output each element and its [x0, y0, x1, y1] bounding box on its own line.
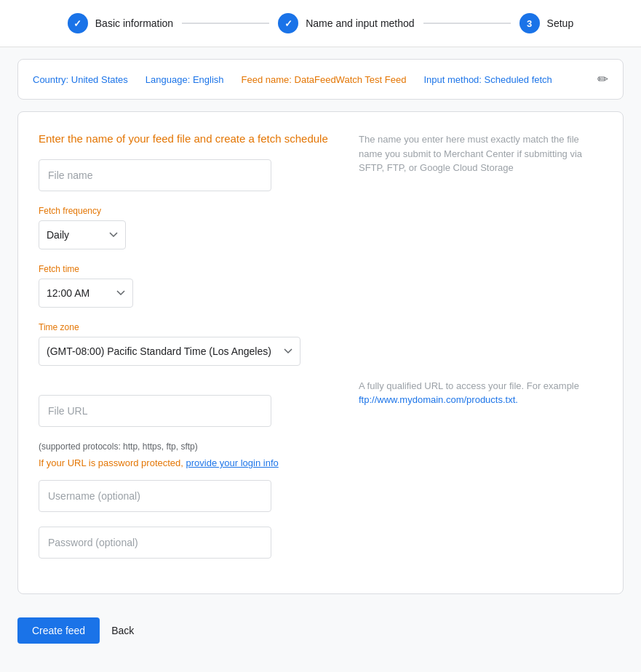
file-url-input[interactable] [39, 395, 271, 427]
language-value: English [193, 74, 224, 85]
edit-icon[interactable]: ✏ [597, 71, 608, 87]
file-url-help-intro: A fully qualified URL to access your fil… [359, 380, 579, 391]
feed-name-value: DataFeedWatch Test Feed [295, 74, 407, 85]
help-section: The name you enter here must exactly mat… [359, 132, 602, 573]
file-name-group [39, 159, 330, 191]
main-card: Enter the name of your feed file and cre… [17, 111, 624, 594]
step-circle-2: ✓ [278, 13, 298, 33]
step-setup: 3 Setup [519, 13, 574, 33]
step-basic-information: ✓ Basic information [68, 13, 173, 33]
file-url-example-link[interactable]: ftp://www.mydomain.com/products.txt. [359, 394, 518, 405]
step-circle-3: 3 [519, 13, 540, 33]
info-feed-name: Feed name: DataFeedWatch Test Feed [242, 74, 407, 85]
timezone-select[interactable]: (GMT-08:00) Pacific Standard Time (Los A… [39, 337, 300, 366]
fetch-time-label: Fetch time [39, 264, 330, 274]
password-input[interactable] [39, 527, 271, 559]
password-login-link[interactable]: provide your login info [186, 457, 279, 468]
info-language: Language: English [146, 74, 224, 85]
fetch-frequency-group: Fetch frequency Daily Weekly Monthly [39, 206, 330, 249]
file-url-help: A fully qualified URL to access your fil… [359, 379, 602, 407]
language-label: Language: [146, 74, 190, 85]
checkmark-1: ✓ [73, 18, 81, 29]
fetch-frequency-select[interactable]: Daily Weekly Monthly [39, 220, 126, 249]
input-method-value: Scheduled fetch [485, 74, 552, 85]
fetch-time-select[interactable]: 12:00 AM 1:00 AM 2:00 AM 3:00 AM 6:00 AM… [39, 279, 133, 308]
timezone-label: Time zone [39, 322, 330, 332]
password-protected-text: If your URL is password protected, provi… [39, 457, 330, 468]
info-country: Country: United States [33, 74, 128, 85]
fetch-time-group: Fetch time 12:00 AM 1:00 AM 2:00 AM 3:00… [39, 264, 330, 308]
form-section: Enter the name of your feed file and cre… [39, 132, 330, 573]
country-label: Country: [33, 74, 68, 85]
feed-name-label: Feed name: [242, 74, 292, 85]
file-url-help-text: A fully qualified URL to access your fil… [359, 379, 602, 407]
step-label-1: Basic information [95, 17, 173, 29]
info-input-method: Input method: Scheduled fetch [423, 74, 552, 85]
supported-protocols: (supported protocols: http, https, ftp, … [39, 441, 330, 452]
password-group [39, 527, 330, 559]
step-circle-1: ✓ [68, 13, 88, 33]
fetch-frequency-label: Fetch frequency [39, 206, 330, 216]
step-label-2: Name and input method [306, 17, 414, 29]
info-bar: Country: United States Language: English… [17, 59, 624, 100]
country-value: United States [71, 74, 128, 85]
stepper: ✓ Basic information ✓ Name and input met… [0, 0, 641, 47]
back-button[interactable]: Back [111, 625, 134, 636]
bottom-bar: Create feed Back [0, 606, 641, 655]
step-connector-2 [423, 23, 511, 24]
file-url-group [39, 395, 330, 427]
step-number-3: 3 [527, 18, 532, 29]
input-method-label: Input method: [423, 74, 482, 85]
step-connector-1 [182, 23, 269, 24]
file-name-help: The name you enter here must exactly mat… [359, 132, 602, 175]
password-text-part1: If your URL is password protected, [39, 457, 183, 468]
username-input[interactable] [39, 480, 271, 512]
timezone-group: Time zone (GMT-08:00) Pacific Standard T… [39, 322, 330, 366]
step-name-input-method: ✓ Name and input method [278, 13, 414, 33]
checkmark-2: ✓ [284, 18, 292, 29]
create-feed-button[interactable]: Create feed [17, 617, 100, 644]
username-group [39, 480, 330, 512]
section-title: Enter the name of your feed file and cre… [39, 132, 330, 145]
file-name-input[interactable] [39, 159, 271, 191]
step-label-3: Setup [547, 17, 574, 29]
